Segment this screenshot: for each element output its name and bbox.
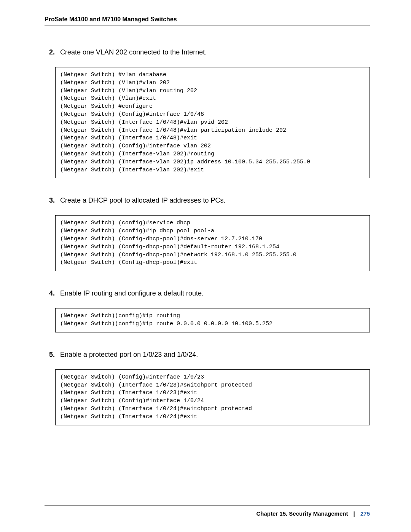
- step-number: 5.: [49, 351, 55, 359]
- footer-line: Chapter 15. Security Management | 275: [45, 510, 370, 517]
- header-rule: [45, 25, 370, 26]
- step-4: 4. Enable IP routing and configure a def…: [49, 289, 370, 332]
- step-number: 2.: [49, 48, 55, 56]
- footer-rule: [45, 505, 370, 506]
- step-text: Enable IP routing and configure a defaul…: [60, 289, 204, 297]
- code-block: (Netgear Switch)(config)#ip routing (Net…: [55, 308, 370, 332]
- document-page: ProSafe M4100 and M7100 Managed Switches…: [0, 0, 411, 532]
- page-number: 275: [360, 510, 370, 517]
- step-text: Enable a protected port on 1/0/23 and 1/…: [60, 351, 198, 359]
- step-line: 3. Create a DHCP pool to allocated IP ad…: [49, 197, 370, 204]
- code-block: (Netgear Switch) #vlan database (Netgear…: [55, 67, 370, 178]
- step-5: 5. Enable a protected port on 1/0/23 and…: [49, 351, 370, 425]
- steps-list: 2. Create one VLAN 202 connected to the …: [45, 48, 370, 425]
- step-text: Create a DHCP pool to allocated IP addre…: [60, 197, 226, 204]
- document-header: ProSafe M4100 and M7100 Managed Switches: [45, 16, 370, 23]
- step-line: 5. Enable a protected port on 1/0/23 and…: [49, 351, 370, 359]
- step-text: Create one VLAN 202 connected to the Int…: [60, 48, 207, 56]
- footer-separator: |: [350, 510, 359, 517]
- step-line: 4. Enable IP routing and configure a def…: [49, 289, 370, 297]
- step-line: 2. Create one VLAN 202 connected to the …: [49, 48, 370, 56]
- step-3: 3. Create a DHCP pool to allocated IP ad…: [49, 197, 370, 271]
- page-footer: Chapter 15. Security Management | 275: [45, 505, 370, 517]
- code-block: (Netgear Switch) (config)#service dhcp (…: [55, 215, 370, 271]
- step-number: 4.: [49, 289, 55, 297]
- chapter-label: Chapter 15. Security Management: [256, 510, 348, 517]
- code-block: (Netgear Switch) (Config)#interface 1/0/…: [55, 369, 370, 425]
- step-2: 2. Create one VLAN 202 connected to the …: [49, 48, 370, 178]
- step-number: 3.: [49, 197, 55, 204]
